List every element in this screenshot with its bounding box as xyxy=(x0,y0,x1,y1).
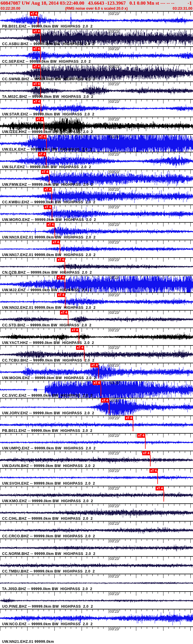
station-channel-label: UW.UMPQ.EHZ -- 99999.0km BW HIGHPASS 2.0… xyxy=(2,446,96,450)
station-channel-label: UW.NN17.EHZ.01 99999.0km BW HIGHPASS 2.0… xyxy=(2,253,96,257)
phase-pick-flag[interactable]: xT 4 xyxy=(33,99,41,104)
phase-pick-flag[interactable]: xT 4 xyxy=(149,468,158,473)
minute-tick-label: 03:23 xyxy=(110,100,119,104)
station-channel-label: UW.FMW.EHZ -- 99999.0km BW HIGHPASS 2.0 … xyxy=(2,183,93,187)
minute-tick-label: 03:23 xyxy=(110,592,119,596)
phase-pick-flag[interactable]: xT 4 xyxy=(60,310,68,315)
minute-tick-label: 03:23 xyxy=(110,223,119,227)
phase-pick-flag[interactable]: xT 4 xyxy=(76,345,84,350)
event-title: 60847087 UW Aug 18, 2014 03:22:40.00 43.… xyxy=(1,0,175,6)
station-channel-label: UW.NN32.EHZ.01 99999.0km BW HIGHPASS 2.0… xyxy=(2,306,96,310)
minute-tick-label: 03:23 xyxy=(110,575,119,578)
station-channel-label: UW.SVOH.EHZ -- 99999.0km BW HIGHPASS 2.0… xyxy=(2,481,95,485)
station-channel-label: CC.TCBU.BHZ -- 99999.0km BW HIGHPASS 2.0… xyxy=(2,358,94,362)
trace-band: 03:23xT 4UW.KMO.EHZ -- 99999.0km BW HIGH… xyxy=(0,486,193,503)
seismogram-review-window: 60847087 UW Aug 18, 2014 03:22:40.00 43.… xyxy=(0,0,193,644)
window-end-time: 03:23:31.00 xyxy=(173,6,192,11)
minute-tick-label: 03:23 xyxy=(110,153,119,156)
trace-band: 03:23xT 4CC.SVIC.EHZ -- 99999.0km BW HIG… xyxy=(0,380,193,398)
event-title-flag: -1 xyxy=(188,0,192,6)
minute-tick-label: 03:23 xyxy=(110,504,119,508)
station-channel-label: CC.TMBU.BHZ -- 99999.0km BW HIGHPASS 2.0… xyxy=(2,569,95,573)
trace-band: 03:23xT 4UW.MOON.EHZ -- 99999.0km BW HIG… xyxy=(0,363,193,380)
trace-band: 03:23CC.CIHL.BHZ -- 99999.0km BW HIGHPAS… xyxy=(0,503,193,521)
minute-tick-label: 03:23 xyxy=(110,82,119,86)
phase-pick-flag[interactable]: xT 4 xyxy=(32,47,41,51)
rms-scale-note: (RMS noise over 6.0 s scaled 20.0 x) xyxy=(0,6,193,11)
trace-band: 03:23xT 4UW.NN32.EHZ.01 99999.0km BW HIG… xyxy=(0,292,193,310)
phase-pick-flag[interactable]: xT 4 xyxy=(52,240,60,244)
minute-tick-label: 03:23 xyxy=(110,47,119,51)
phase-pick-flag[interactable]: xT 4 xyxy=(101,398,109,403)
event-title-row: 60847087 UW Aug 18, 2014 03:22:40.00 43.… xyxy=(0,0,193,6)
station-channel-label: CC.STD.BHZ -- 99999.0km BW HIGHPASS 2.0 … xyxy=(2,323,92,327)
station-channel-label: CC.SWNB.BHZ -- 99999.0km BW HIGHPASS 2.0… xyxy=(2,77,95,81)
trace-band-list: 03:23xT 4PB.B031.EHZ -- 99999.0km BW HIG… xyxy=(0,11,193,644)
event-header: 60847087 UW Aug 18, 2014 03:22:40.00 43.… xyxy=(0,0,193,11)
station-channel-label: CC.SVIC.EHZ -- 99999.0km BW HIGHPASS 2.0… xyxy=(2,393,93,398)
minute-tick-label: 03:23 xyxy=(110,12,119,16)
trace-band: 03:23xT 4CC.KWBU.EHZ -- 99999.0km BW HIG… xyxy=(0,187,193,205)
phase-pick-flag[interactable]: xT 4 xyxy=(57,293,65,297)
station-channel-label: TA.M02C.BHZ -- 99999.0km BW HIGHPASS 2.0… xyxy=(2,95,93,99)
phase-pick-flag[interactable]: xT 4 xyxy=(41,170,49,174)
minute-tick-label: 03:23 xyxy=(110,346,119,350)
trace-band: 03:23xT 4PB.B011.EHZ -- 99999.0km BW HIG… xyxy=(0,415,193,433)
trace-band: 03:23UW.NCO.EHZ -- 99999.0km BW HIGHPASS… xyxy=(0,609,193,626)
station-channel-label: PB.B031.EHZ -- 99999.0km BW HIGHPASS 2.0… xyxy=(2,24,93,28)
trace-band: 03:23xT 4UW.STAR.EHZ -- 99999.0km BW HIG… xyxy=(0,99,193,117)
trace-band: 03:23xT 4TA.M02C.BHZ -- 99999.0km BW HIG… xyxy=(0,81,193,99)
phase-pick-flag[interactable]: xT 4 xyxy=(156,486,164,490)
phase-pick-flag[interactable]: xT 4 xyxy=(125,416,133,420)
phase-pick-flag[interactable]: xT 4 xyxy=(30,11,38,16)
station-channel-label: CC.NORM.BHZ -- 99999.0km BW HIGHPASS 2.0… xyxy=(2,552,95,556)
station-channel-label: UW.KMO.EHZ -- 99999.0km BW HIGHPASS 2.0 … xyxy=(2,499,93,503)
phase-pick-flag[interactable]: xT 4 xyxy=(32,29,41,33)
phase-pick-flag[interactable]: xT 4 xyxy=(137,433,145,438)
minute-tick-label: 03:23 xyxy=(110,117,119,121)
minute-tick-label: 03:23 xyxy=(110,416,119,420)
minute-tick-label: 03:23 xyxy=(110,452,119,455)
minute-tick-label: 03:23 xyxy=(110,311,119,315)
phase-pick-flag[interactable]: xT 4 xyxy=(44,187,52,192)
station-channel-label: UW.YACT.HHZ -- 99999.0km BW HIGHPASS 2.0… xyxy=(2,341,94,345)
phase-pick-flag[interactable]: xT 4 xyxy=(71,328,79,332)
phase-pick-flag[interactable]: xT 4 xyxy=(38,152,46,156)
minute-tick-label: 03:23 xyxy=(110,328,119,332)
trace-band: 03:23xT 4UW.MORO.EHZ -- 99999.0km BW HIG… xyxy=(0,205,193,222)
trace-band: 03:23xT 4UW.UMPQ.EHZ -- 99999.0km BW HIG… xyxy=(0,433,193,451)
station-channel-label: UW.MORO.EHZ -- 99999.0km BW HIGHPASS 2.0… xyxy=(2,218,96,222)
minute-tick-label: 03:23 xyxy=(110,188,119,192)
trace-band: 03:23xT 4UW.JORV.EHZ -- 99999.0km BW HIG… xyxy=(0,398,193,415)
phase-pick-flag[interactable]: xT 4 xyxy=(32,64,41,69)
trace-band: 03:23xT 4UW.IZEE.HHZ -- 99999.0km BW HIG… xyxy=(0,117,193,134)
phase-pick-flag[interactable]: xT 4 xyxy=(44,205,52,209)
station-channel-label: CC.CRCO.BHZ -- 99999.0km BW HIGHPASS 2.0… xyxy=(2,534,95,538)
minute-tick-label: 03:23 xyxy=(110,30,119,33)
phase-pick-flag[interactable]: xT 4 xyxy=(36,117,44,121)
trace-band: 03:23TA.J05D.BHZ -- 99999.0km BW HIGHPAS… xyxy=(0,574,193,591)
trace-band: 03:23xT 4UW.FMW.EHZ -- 99999.0km BW HIGH… xyxy=(0,169,193,187)
trace-band: 03:23UO.PINE.BHZ -- 99999.0km BW HIGHPAS… xyxy=(0,591,193,609)
minute-tick-label: 03:23 xyxy=(110,627,119,631)
phase-pick-flag[interactable]: xT 4 xyxy=(38,134,46,139)
trace-band: 03:23xT 4PB.B031.EHZ -- 99999.0km BW HIG… xyxy=(0,11,193,29)
phase-pick-flag[interactable]: xT 4 xyxy=(32,82,41,86)
station-channel-label: PB.B011.EHZ -- 99999.0km BW HIGHPASS 2.0… xyxy=(2,429,92,433)
phase-pick-flag[interactable]: xT 4 xyxy=(93,381,101,385)
minute-tick-label: 03:23 xyxy=(110,170,119,174)
phase-pick-flag[interactable]: xT 4 xyxy=(57,275,65,280)
minute-tick-label: 03:23 xyxy=(110,276,119,280)
station-channel-label: CN.QZB.BHZ -- 99999.0km BW HIGHPASS 2.0 … xyxy=(2,270,92,275)
minute-tick-label: 03:23 xyxy=(110,135,119,139)
phase-pick-flag[interactable]: xT 4 xyxy=(90,363,99,367)
station-channel-label: CC.ASBU.BHZ -- 99999.0km BW HIGHPASS 2.0… xyxy=(2,42,94,46)
phase-pick-flag[interactable]: xT 4 xyxy=(142,451,150,455)
trace-band: 03:23xT 4CC.SEP.EHZ -- 99999.0km BW HIGH… xyxy=(0,46,193,64)
phase-pick-flag[interactable]: xT 4 xyxy=(57,258,65,262)
trace-band: 03:23xT 4CN.QZB.BHZ -- 99999.0km BW HIGH… xyxy=(0,257,193,275)
station-channel-label: UW.DAVN.BHZ -- 99999.0km BW HIGHPASS 2.0… xyxy=(2,464,95,468)
station-channel-label: UW.SLF.EHZ -- 99999.0km BW HIGHPASS 2.0 … xyxy=(2,165,91,169)
phase-pick-flag[interactable]: xT 4 xyxy=(46,222,55,227)
minute-tick-label: 03:23 xyxy=(110,241,119,244)
